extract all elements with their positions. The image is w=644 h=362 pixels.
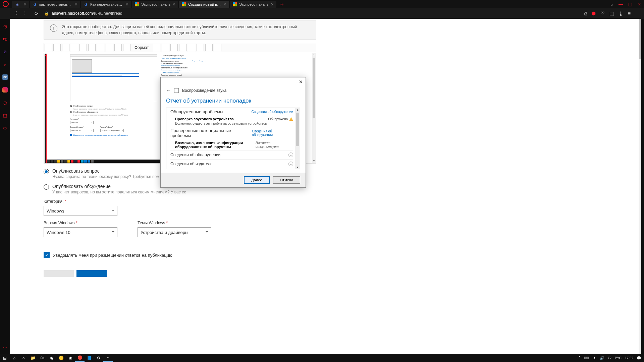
toolbar-button[interactable] <box>214 44 221 51</box>
editor-scrollbar[interactable]: ▴▾ <box>312 53 316 163</box>
language-indicator[interactable]: РУС <box>615 356 622 360</box>
toolbar-button[interactable] <box>179 44 186 51</box>
history-icon[interactable]: ◷ <box>2 23 8 29</box>
maximize-button[interactable]: ▢ <box>628 2 632 7</box>
tab-3[interactable]: Экспресс-панель✕ <box>132 1 178 8</box>
toolbar-button[interactable] <box>153 44 160 51</box>
tab-4[interactable]: Создать новый вопрос ил✕ <box>179 1 229 8</box>
cancel-button[interactable]: Отмена <box>273 176 300 184</box>
search-icon[interactable]: ⌕ <box>9 354 19 362</box>
sidebar-more-icon[interactable]: ⋯ <box>2 344 8 351</box>
minimize-button[interactable]: — <box>619 2 623 7</box>
tray-chevron-icon[interactable]: ˄ <box>579 356 581 360</box>
volume-icon[interactable]: 🔊 <box>600 356 604 360</box>
topic-select[interactable]: Устройства и драйверы <box>138 227 211 237</box>
chrome-icon[interactable]: ◉ <box>47 354 56 362</box>
google-favicon-icon: G <box>33 2 37 7</box>
format-dropdown[interactable]: Формат <box>131 45 152 50</box>
explorer-icon[interactable]: 📁 <box>28 354 38 362</box>
close-icon[interactable]: ✕ <box>299 79 303 84</box>
toolbar-button[interactable] <box>71 44 78 51</box>
close-icon[interactable]: ✕ <box>125 2 128 7</box>
close-window-button[interactable]: ✕ <box>638 2 641 7</box>
clock[interactable]: 17:52 <box>625 356 633 360</box>
adblock-icon[interactable]: ⬢ <box>592 11 596 16</box>
tab-5[interactable]: Экспресс-панель✕ <box>230 1 276 8</box>
publisher-details-expander[interactable]: Сведения об издателе ⌄ <box>170 159 293 168</box>
toolbar-button[interactable] <box>162 44 169 51</box>
close-icon[interactable]: ✕ <box>271 2 274 7</box>
toolbar-button[interactable] <box>106 44 113 51</box>
toolbar-button[interactable] <box>45 44 52 51</box>
download-icon[interactable]: ⭳ <box>619 11 623 16</box>
tab-2[interactable]: GКак переустановить Windo✕ <box>81 1 131 8</box>
toolbar-button[interactable] <box>62 44 69 51</box>
ts-scrollbar[interactable]: ▴▾ <box>295 108 300 169</box>
detection-link[interactable]: Сведения об обнаружении <box>252 129 293 137</box>
privacy-banner: ! Это открытое сообщество. Для защиты ва… <box>44 20 316 40</box>
snapshot-icon[interactable]: ⎙ <box>584 11 587 16</box>
notifications-icon[interactable]: 💬 <box>637 356 641 360</box>
defender-icon[interactable]: 🛡 <box>608 356 611 360</box>
opera-logo-icon[interactable] <box>3 1 9 7</box>
cortana-icon[interactable]: ○ <box>19 354 28 362</box>
new-tab-button[interactable]: + <box>277 1 287 8</box>
toolbar-button[interactable] <box>123 44 130 51</box>
radio-question[interactable] <box>44 169 49 174</box>
cube-icon[interactable]: ⬚ <box>609 11 614 16</box>
version-select[interactable]: Windows 10 <box>44 227 117 237</box>
forward-button[interactable]: 〉 <box>23 10 29 16</box>
troubleshoot-icon <box>174 88 179 93</box>
box-icon[interactable]: ⬚ <box>2 113 8 118</box>
close-icon[interactable]: ✕ <box>223 2 226 7</box>
settings-icon[interactable]: ⚙ <box>94 354 103 362</box>
instagram-icon[interactable] <box>2 87 8 93</box>
shopping-icon[interactable]: 🛍 <box>2 36 8 42</box>
back-button[interactable]: 〈 <box>12 10 18 16</box>
toolbar-button[interactable] <box>88 44 96 51</box>
toolbar-button[interactable] <box>97 44 104 51</box>
close-icon[interactable]: ✕ <box>172 2 175 7</box>
word-icon[interactable]: 📘 <box>85 354 94 362</box>
radio-discussion[interactable] <box>44 184 49 190</box>
reload-button[interactable]: ⟳ <box>34 11 40 16</box>
tab-1[interactable]: Gкак переустановить windo✕ <box>30 1 80 8</box>
next-button[interactable]: Далее <box>244 176 269 184</box>
app-icon[interactable]: ▫ <box>103 354 113 362</box>
tab-0[interactable]: ◉✕ <box>12 1 29 8</box>
start-button[interactable]: ⊞ <box>0 354 9 362</box>
detection-link[interactable]: Сведения об обнаружении <box>252 110 293 114</box>
tab-search-icon[interactable]: ⌕ <box>610 2 613 7</box>
toolbar-button[interactable] <box>188 44 195 51</box>
submit-button[interactable] <box>76 270 107 277</box>
twitch-icon[interactable]: ⎚ <box>2 49 8 54</box>
network-icon[interactable]: 🖧 <box>593 356 596 360</box>
clock-icon[interactable]: ◴ <box>2 100 8 105</box>
close-icon[interactable]: ✕ <box>23 2 26 7</box>
url-field[interactable]: 🔒 answers.microsoft.com/ru-ru/newthread <box>44 11 580 16</box>
toolbar-button[interactable] <box>170 44 178 51</box>
category-select[interactable]: Windows <box>44 206 117 216</box>
store-icon[interactable]: 🛍 <box>38 354 47 362</box>
menu-icon[interactable]: ≡ <box>628 11 631 16</box>
keyboard-icon[interactable]: ⌨ <box>584 356 589 360</box>
notify-checkbox[interactable]: ✓ <box>44 252 50 258</box>
opera-icon[interactable]: 🔴 <box>75 354 85 362</box>
toolbar-button[interactable] <box>79 44 87 51</box>
toolbar-button[interactable] <box>205 44 213 51</box>
heart-icon[interactable]: ♡ <box>600 11 605 16</box>
toolbar-button[interactable] <box>114 44 122 51</box>
vk-icon[interactable]: вк <box>2 74 8 80</box>
back-icon[interactable]: ← <box>166 88 171 93</box>
toolbar-button[interactable] <box>197 44 204 51</box>
steam-icon[interactable]: ◉ <box>66 354 75 362</box>
category-label: Категория: * <box>44 199 316 204</box>
page-scrollbar[interactable] <box>639 19 641 354</box>
detection-details-expander[interactable]: Сведения об обнаружении ⌄ <box>170 150 293 159</box>
cancel-button[interactable] <box>44 270 74 277</box>
settings-icon[interactable]: ⚙ <box>2 125 8 131</box>
toolbar-button[interactable] <box>53 44 61 51</box>
yandex-icon[interactable]: 🟡 <box>56 354 66 362</box>
chat-icon[interactable]: ⌕ <box>2 62 8 67</box>
close-icon[interactable]: ✕ <box>74 2 77 7</box>
